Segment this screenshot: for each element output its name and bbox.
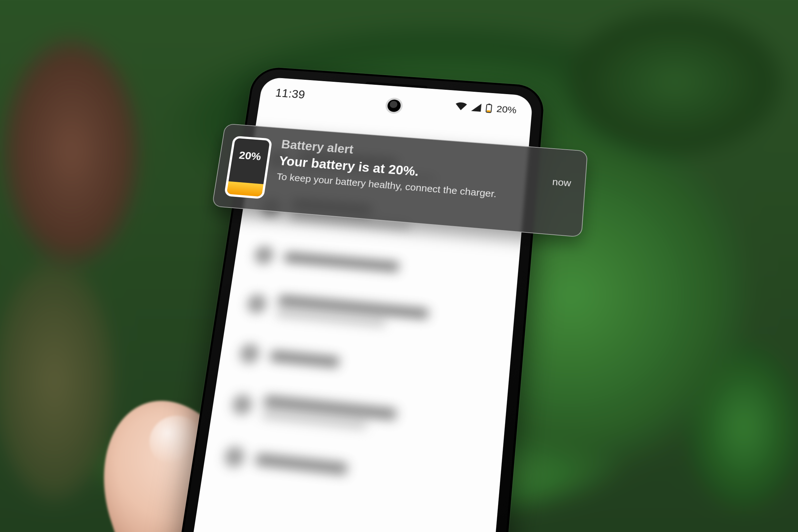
battery-status-icon: [486, 103, 492, 113]
signal-icon: [471, 103, 481, 112]
svg-rect-2: [487, 110, 491, 112]
battery-icon: 20%: [224, 136, 272, 199]
battery-icon-fill: [226, 182, 263, 197]
svg-rect-1: [488, 104, 490, 105]
status-time: 11:39: [274, 87, 306, 101]
status-battery-label: 20%: [496, 104, 517, 116]
wifi-icon: [455, 102, 467, 110]
status-right-cluster: 20%: [455, 101, 517, 116]
battery-icon-percent: 20%: [232, 149, 268, 163]
notification-timestamp: now: [552, 176, 572, 189]
